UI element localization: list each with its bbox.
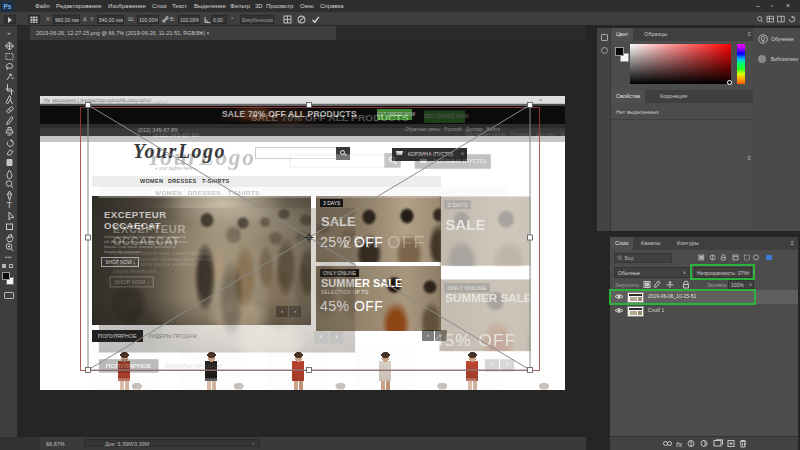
svg-text:T: T [7,200,13,210]
svg-text:fx: fx [676,440,683,449]
